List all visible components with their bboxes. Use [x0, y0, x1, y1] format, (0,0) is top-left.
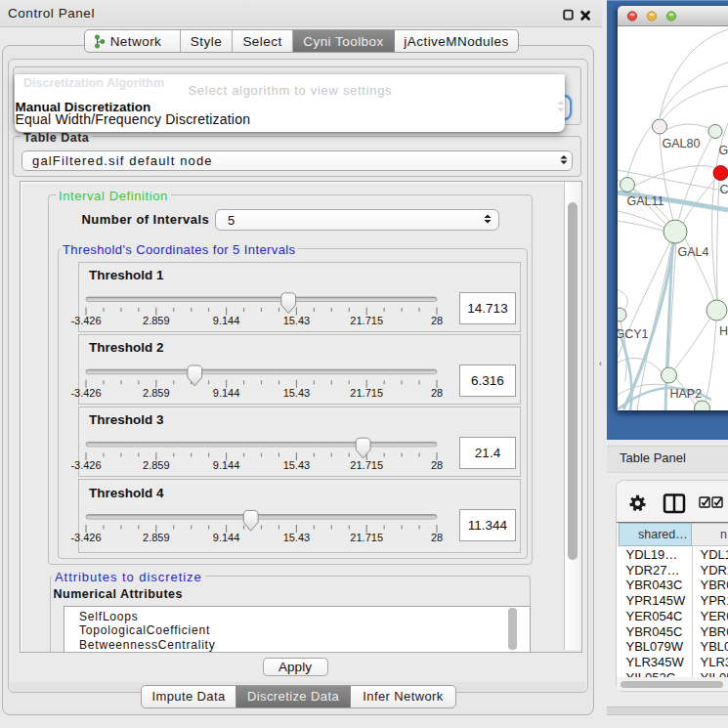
svg-text:HAP2: HAP2: [670, 387, 703, 401]
svg-text:C: C: [720, 183, 728, 196]
svg-text:GA: GA: [719, 144, 728, 157]
svg-text:GAL4: GAL4: [678, 245, 709, 259]
svg-text:H: H: [719, 324, 728, 338]
svg-text:GAL80: GAL80: [663, 137, 701, 150]
svg-text:GAL11: GAL11: [627, 194, 664, 208]
svg-text:GCY1: GCY1: [618, 327, 649, 341]
